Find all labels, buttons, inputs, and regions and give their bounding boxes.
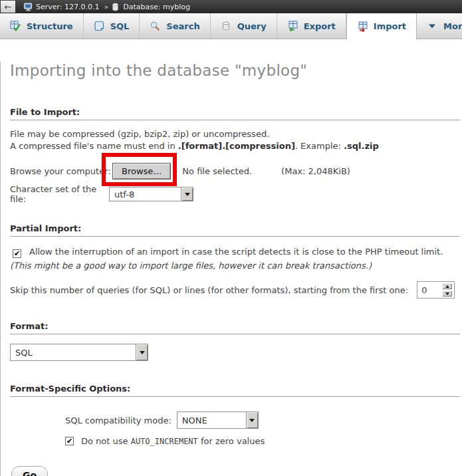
auto-increment-label: Do not use AUTO_INCREMENT for zero value… <box>81 436 265 446</box>
charset-select[interactable]: utf-8 <box>109 187 193 201</box>
back-arrow-button[interactable]: ← <box>1 1 15 13</box>
allow-interruption-label: Allow the interruption of an import in c… <box>29 247 443 257</box>
skip-queries-value: 0 <box>421 285 427 295</box>
breadcrumb-database[interactable]: Database: myblog <box>123 3 190 11</box>
import-icon <box>357 21 368 32</box>
page-title: Importing into the database "myblog" <box>10 62 462 79</box>
spinner-up-button[interactable] <box>442 283 452 289</box>
breadcrumb-bar: ← Server: 127.0.0.1 » Database: myblog <box>0 0 462 13</box>
tab-label: SQL <box>110 21 130 31</box>
search-icon <box>150 21 160 31</box>
sql-compatibility-row: SQL compatibility mode: NONE <box>65 412 462 429</box>
breadcrumb-separator: » <box>104 3 109 11</box>
skip-queries-label: Skip this number of queries (for SQL) or… <box>10 285 408 295</box>
tab-label: Export <box>304 21 336 31</box>
sql-compatibility-label: SQL compatibility mode: <box>65 416 172 425</box>
tab-label: More <box>443 21 462 31</box>
section-heading-partial-import: Partial Import: <box>10 223 460 237</box>
dropdown-arrow-icon[interactable] <box>246 412 258 428</box>
number-spinner <box>442 283 452 297</box>
tab-sql[interactable]: SQL <box>84 13 140 39</box>
tab-label: Import <box>374 21 406 31</box>
tab-bar: Structure SQL Search Query Export Import… <box>0 13 462 39</box>
section-heading-format: Format: <box>10 321 460 334</box>
allow-interruption-note: (This might be a good way to import larg… <box>10 261 372 271</box>
tab-label: Search <box>166 21 199 31</box>
auto-increment-checkbox[interactable]: ✔ <box>65 437 74 445</box>
export-icon <box>287 21 298 31</box>
section-heading-format-specific: Format-Specific Options: <box>10 384 460 397</box>
tab-label: Structure <box>27 21 73 31</box>
allow-interruption-checkbox[interactable]: ✔ <box>13 249 21 258</box>
structure-icon <box>10 21 21 31</box>
dropdown-arrow-icon[interactable] <box>181 187 193 201</box>
charset-label: Character set of the file: <box>10 184 109 204</box>
compression-note: File may be compressed (gzip, bzip2, zip… <box>10 128 450 152</box>
sql-icon <box>94 21 104 31</box>
charset-select-value: utf-8 <box>110 187 181 201</box>
tab-export[interactable]: Export <box>277 13 346 39</box>
skip-queries-input[interactable]: 0 <box>417 281 455 298</box>
no-file-selected-text: No file selected. <box>182 166 252 176</box>
go-button[interactable]: Go <box>11 466 48 476</box>
tab-import[interactable]: Import <box>346 13 417 39</box>
auto-increment-row: ✔ Do not use AUTO_INCREMENT for zero val… <box>65 436 462 446</box>
format-select[interactable]: SQL <box>10 344 148 361</box>
query-icon <box>221 21 231 31</box>
tab-more[interactable]: More <box>417 13 462 39</box>
tab-search[interactable]: Search <box>140 13 210 39</box>
skip-queries-row: Skip this number of queries (for SQL) or… <box>10 281 462 298</box>
allow-interruption-row: ✔Allow the interruption of an import in … <box>10 245 451 272</box>
max-size-text: (Max: 2,048KiB) <box>281 166 350 176</box>
format-select-value: SQL <box>11 344 136 360</box>
dropdown-arrow-icon[interactable] <box>136 344 148 360</box>
server-icon <box>23 2 33 12</box>
section-heading-file-to-import: File to Import: <box>10 107 460 120</box>
sql-compatibility-value: NONE <box>177 412 246 428</box>
breadcrumb-server[interactable]: Server: 127.0.0.1 <box>36 3 100 11</box>
tab-structure[interactable]: Structure <box>0 13 84 39</box>
browse-row: Browse your computer: Browse… No file se… <box>10 162 462 179</box>
browse-button[interactable]: Browse… <box>112 163 171 179</box>
spinner-down-button[interactable] <box>442 291 452 297</box>
database-icon <box>110 2 120 12</box>
check-icon: ✔ <box>66 437 72 445</box>
chevron-down-icon <box>427 21 437 31</box>
charset-row: Character set of the file: utf-8 <box>10 186 462 202</box>
sql-compatibility-select[interactable]: NONE <box>177 412 259 429</box>
check-icon: ✔ <box>14 250 20 257</box>
browse-label: Browse your computer: <box>10 166 112 176</box>
back-arrow-icon: ← <box>5 3 12 11</box>
tab-label: Query <box>237 21 267 31</box>
main-content: Importing into the database "myblog" Fil… <box>0 62 462 476</box>
tab-query[interactable]: Query <box>211 13 277 39</box>
